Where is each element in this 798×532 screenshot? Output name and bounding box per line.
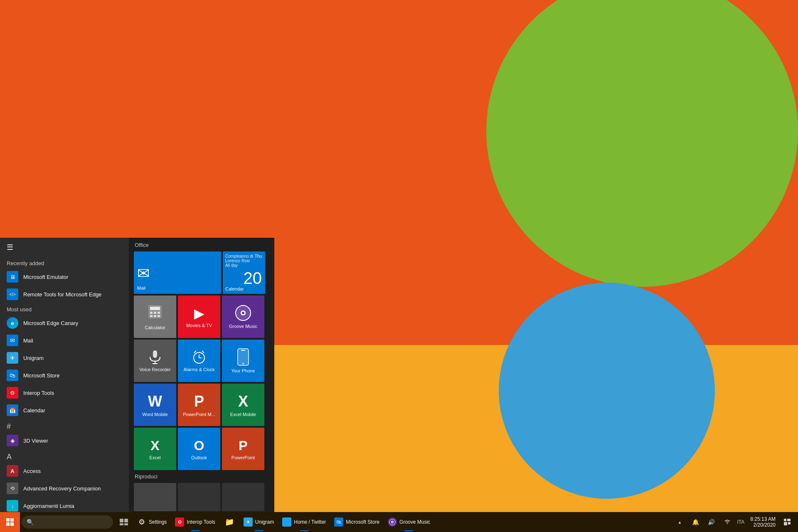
taskbar-groove-underline bbox=[405, 530, 413, 531]
recently-added-title: Recently added bbox=[0, 257, 129, 268]
tile-outlook-label: Outlook bbox=[191, 455, 207, 460]
app-item-remote-tools[interactable]: </> Remote Tools for Microsoft Edge bbox=[0, 286, 129, 303]
taskbar-app-groove[interactable]: Groove Music bbox=[384, 512, 434, 532]
svg-point-11 bbox=[242, 312, 244, 314]
tile-powerpoint-mobile[interactable]: P PowerPoint M... bbox=[178, 384, 220, 426]
tile-movies[interactable]: ▶ Movies & TV bbox=[178, 296, 220, 338]
tile-calendar[interactable]: Compleanno di Lorenzo Rosi All day Thu 2… bbox=[223, 251, 265, 294]
taskbar-time: 8:25:13 AM bbox=[750, 516, 776, 522]
taskbar-app-explorer[interactable]: 📁 bbox=[219, 512, 239, 532]
app-item-unigram[interactable]: ✈ Unigram bbox=[0, 349, 129, 367]
svg-rect-7 bbox=[158, 315, 160, 317]
taskbar-network-icon[interactable] bbox=[720, 512, 735, 532]
start-button[interactable] bbox=[0, 512, 20, 532]
hamburger-button[interactable]: ☰ bbox=[0, 238, 129, 257]
tile-calculator[interactable]: Calculator bbox=[134, 296, 176, 338]
windows-icon bbox=[6, 518, 14, 526]
tile-calculator-icon bbox=[147, 303, 163, 323]
app-icon-msstore: 🛍 bbox=[7, 369, 18, 381]
tile-outlook-icon: O bbox=[194, 438, 204, 453]
taskbar-chevron-icon[interactable]: ▲ bbox=[672, 512, 687, 532]
taskbar-app-interop[interactable]: ⚙ Interop Tools bbox=[171, 512, 219, 532]
taskbar-settings-label: Settings bbox=[149, 519, 167, 525]
app-item-access[interactable]: A Access bbox=[0, 462, 129, 480]
section-title-office: Office bbox=[135, 242, 269, 248]
svg-rect-2 bbox=[150, 312, 153, 314]
svg-rect-25 bbox=[6, 522, 10, 526]
taskbar-search-icon: 🔍 bbox=[27, 519, 34, 525]
app-item-emulator[interactable]: 🖥 Microsoft Emulator bbox=[0, 268, 129, 286]
tile-media-1[interactable] bbox=[134, 483, 176, 511]
taskbar-clock[interactable]: 8:25:13 AM 2/20/2020 bbox=[747, 516, 779, 528]
svg-rect-29 bbox=[120, 523, 123, 525]
tile-word-mobile[interactable]: W Word Mobile bbox=[134, 384, 176, 426]
tile-word-icon: W bbox=[148, 393, 162, 410]
tile-powerpoint[interactable]: P PowerPoint bbox=[222, 428, 264, 470]
taskbar-language[interactable]: ITA bbox=[736, 519, 746, 525]
taskbar-apps-area: ⚙ Settings ⚙ Interop Tools 📁 ✈ Unigram 🌐… bbox=[133, 512, 672, 532]
tile-excel-mobile[interactable]: X Excel Mobile bbox=[222, 384, 264, 426]
tile-mail[interactable]: ✉ Mail bbox=[134, 251, 221, 294]
app-item-interop[interactable]: ⚙ Interop Tools bbox=[0, 384, 129, 401]
svg-rect-12 bbox=[153, 350, 157, 358]
svg-point-22 bbox=[242, 363, 244, 365]
app-item-3dviewer[interactable]: ◈ 3D Viewer bbox=[0, 432, 129, 449]
taskbar-unigram-underline bbox=[255, 530, 263, 531]
taskbar-interop-underline bbox=[191, 530, 200, 531]
app-item-arc[interactable]: ⟲ Advanced Recovery Companion bbox=[0, 480, 129, 497]
taskbar-search-box[interactable]: 🔍 bbox=[22, 515, 113, 529]
tile-movies-label: Movies & TV bbox=[186, 323, 212, 328]
taskbar-notification-icon[interactable]: 🔔 bbox=[688, 512, 703, 532]
taskbar-action-center[interactable] bbox=[780, 512, 795, 532]
app-item-aggiornamenti[interactable]: ↓ Aggiornamenti Lumia bbox=[0, 497, 129, 512]
task-view-icon bbox=[120, 519, 128, 525]
tile-your-phone[interactable]: Your Phone bbox=[222, 340, 264, 382]
alpha-header-hash: # bbox=[0, 419, 129, 432]
app-item-msstore[interactable]: 🛍 Microsoft Store bbox=[0, 367, 129, 384]
start-left-scroll[interactable]: Recently added 🖥 Microsoft Emulator </> … bbox=[0, 257, 129, 512]
taskbar-app-twitter[interactable]: 🌐 Home / Twitter bbox=[278, 512, 330, 532]
app-label-mail: Mail bbox=[23, 337, 33, 344]
app-item-calendar[interactable]: 📅 Calendar bbox=[0, 401, 129, 419]
app-icon-arc: ⟲ bbox=[7, 483, 18, 494]
svg-rect-23 bbox=[6, 518, 10, 522]
taskbar-unigram-icon: ✈ bbox=[244, 517, 253, 527]
taskbar-twitter-label: Home / Twitter bbox=[294, 519, 326, 525]
app-icon-aggiornamenti: ↓ bbox=[7, 500, 18, 512]
task-view-button[interactable] bbox=[115, 512, 133, 532]
taskbar-app-settings[interactable]: ⚙ Settings bbox=[133, 512, 171, 532]
tile-media-3[interactable] bbox=[222, 483, 264, 511]
tile-pptm-label: PowerPoint M... bbox=[183, 412, 215, 417]
most-used-title: Most used bbox=[0, 303, 129, 314]
app-item-edge-canary[interactable]: e Microsoft Edge Canary bbox=[0, 314, 129, 332]
taskbar-msstore-icon: 🛍 bbox=[334, 517, 343, 527]
taskbar-app-msstore[interactable]: 🛍 Microsoft Store bbox=[330, 512, 384, 532]
tile-word-label: Word Mobile bbox=[142, 412, 168, 417]
app-icon-mail: ✉ bbox=[7, 335, 18, 346]
taskbar-app-unigram[interactable]: ✈ Unigram bbox=[239, 512, 278, 532]
tile-media-2[interactable] bbox=[178, 483, 220, 511]
taskbar-twitter-icon: 🌐 bbox=[282, 517, 291, 527]
taskbar-volume-icon[interactable]: 🔊 bbox=[704, 512, 719, 532]
svg-rect-5 bbox=[150, 315, 153, 317]
hamburger-icon: ☰ bbox=[7, 243, 13, 252]
svg-line-19 bbox=[202, 351, 204, 353]
tile-alarms-clock[interactable]: Alarms & Clock bbox=[178, 340, 220, 382]
start-right-panel: Office ✉ Mail Compleanno di Lorenzo Rosi… bbox=[129, 238, 274, 512]
tile-calendar-date: 20 bbox=[244, 270, 262, 286]
svg-rect-30 bbox=[124, 523, 128, 525]
tile-outlook[interactable]: O Outlook bbox=[178, 428, 220, 470]
tile-voice-recorder[interactable]: Voice Recorder bbox=[134, 340, 176, 382]
tile-groove-music[interactable]: Groove Music bbox=[222, 296, 264, 338]
app-icon-unigram: ✈ bbox=[7, 352, 18, 364]
app-icon-remote-tools: </> bbox=[7, 288, 18, 300]
tile-excelm-label: Excel Mobile bbox=[230, 412, 256, 417]
tile-excel[interactable]: X Excel bbox=[134, 428, 176, 470]
svg-rect-27 bbox=[120, 519, 123, 522]
tile-ppt-icon: P bbox=[239, 438, 247, 453]
app-item-mail[interactable]: ✉ Mail bbox=[0, 332, 129, 349]
svg-rect-6 bbox=[154, 315, 156, 317]
svg-rect-4 bbox=[158, 312, 160, 314]
app-label-access: Access bbox=[23, 468, 41, 474]
svg-rect-24 bbox=[10, 518, 14, 522]
